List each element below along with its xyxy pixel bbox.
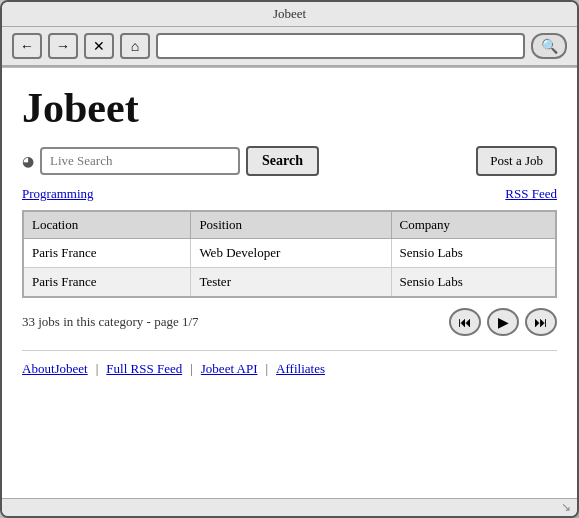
search-button[interactable]: Search xyxy=(246,146,319,176)
page-title: Jobeet xyxy=(22,84,557,132)
first-page-button[interactable]: ⏮ xyxy=(449,308,481,336)
address-bar[interactable] xyxy=(156,33,525,59)
last-page-button[interactable]: ⏭ xyxy=(525,308,557,336)
statusbar-corner: ↘ xyxy=(561,500,571,515)
browser-title: Jobeet xyxy=(273,6,306,21)
home-button[interactable]: ⌂ xyxy=(120,33,150,59)
close-button[interactable]: ✕ xyxy=(84,33,114,59)
table-row: Paris FranceTesterSensio Labs xyxy=(23,268,556,298)
footer-link-affiliates[interactable]: Affiliates xyxy=(276,361,325,377)
footer-sep-1: | xyxy=(96,361,99,377)
table-cell: Sensio Labs xyxy=(391,239,556,268)
rss-feed-link[interactable]: RSS Feed xyxy=(505,186,557,202)
table-row: Paris FranceWeb DeveloperSensio Labs xyxy=(23,239,556,268)
search-row: ◕ Search Post a Job xyxy=(22,146,557,176)
footer-link-api[interactable]: Jobeet API xyxy=(201,361,258,377)
browser-window: Jobeet ← → ✕ ⌂ 🔍 Jobeet ◕ Search Post a … xyxy=(0,0,579,518)
browser-statusbar: ↘ xyxy=(2,498,577,516)
footer-link-rss[interactable]: Full RSS Feed xyxy=(106,361,182,377)
footer-sep-3: | xyxy=(266,361,269,377)
browser-search-button[interactable]: 🔍 xyxy=(531,33,567,59)
programming-link[interactable]: Programming xyxy=(22,186,94,202)
footer-sep-2: | xyxy=(190,361,193,377)
links-row: Programming RSS Feed xyxy=(22,186,557,202)
search-left: ◕ Search xyxy=(22,146,319,176)
table-cell: Web Developer xyxy=(191,239,391,268)
browser-toolbar: ← → ✕ ⌂ 🔍 xyxy=(2,27,577,67)
browser-content: Jobeet ◕ Search Post a Job Programming R… xyxy=(2,67,577,498)
browser-titlebar: Jobeet xyxy=(2,2,577,27)
play-button[interactable]: ▶ xyxy=(487,308,519,336)
table-cell: Sensio Labs xyxy=(391,268,556,298)
col-position: Position xyxy=(191,211,391,239)
footer-link-about[interactable]: AboutJobeet xyxy=(22,361,88,377)
jobs-table: Location Position Company Paris FranceWe… xyxy=(22,210,557,298)
table-cell: Paris France xyxy=(23,268,191,298)
table-cell: Paris France xyxy=(23,239,191,268)
col-location: Location xyxy=(23,211,191,239)
footer-links: AboutJobeet | Full RSS Feed | Jobeet API… xyxy=(22,350,557,377)
search-input[interactable] xyxy=(40,147,240,175)
post-job-button[interactable]: Post a Job xyxy=(476,146,557,176)
pagination-controls: ⏮ ▶ ⏭ xyxy=(449,308,557,336)
back-button[interactable]: ← xyxy=(12,33,42,59)
search-icon: ◕ xyxy=(22,153,34,170)
col-company: Company xyxy=(391,211,556,239)
table-cell: Tester xyxy=(191,268,391,298)
forward-button[interactable]: → xyxy=(48,33,78,59)
pagination-row: 33 jobs in this category - page 1/7 ⏮ ▶ … xyxy=(22,308,557,336)
pagination-text: 33 jobs in this category - page 1/7 xyxy=(22,314,199,330)
